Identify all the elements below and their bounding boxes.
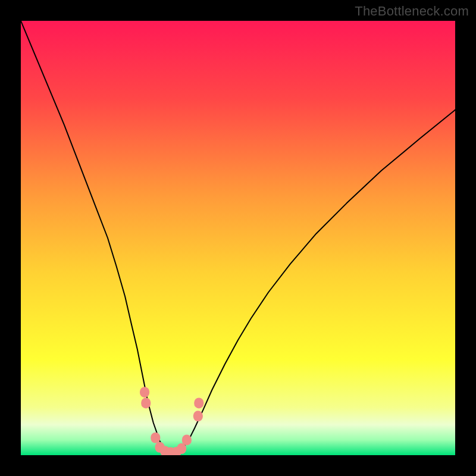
chart-svg <box>21 21 455 455</box>
watermark-text: TheBottleneck.com <box>355 4 469 19</box>
critical-marker <box>194 397 203 408</box>
critical-marker <box>141 397 151 408</box>
chart-frame: TheBottleneck.com <box>0 0 476 476</box>
gradient-background <box>21 21 455 455</box>
critical-marker <box>193 411 203 421</box>
critical-marker <box>151 433 160 443</box>
critical-marker <box>182 434 192 445</box>
critical-marker <box>140 387 149 397</box>
plot-area <box>21 21 455 455</box>
